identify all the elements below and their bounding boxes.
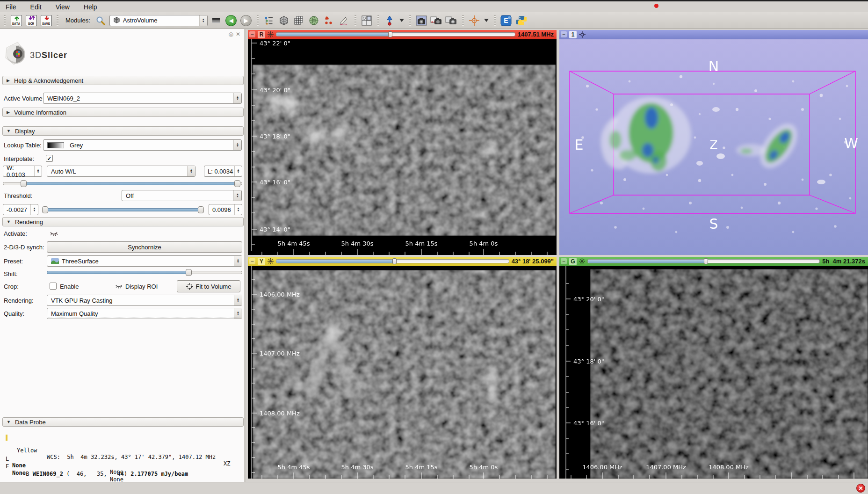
orientation-label-n: N xyxy=(709,58,719,74)
tick-label: 43° 14' 0" xyxy=(260,226,290,233)
toolbar-grip[interactable] xyxy=(409,15,411,26)
yellow-slice-view: – Y 43° 18' 25.099" xyxy=(248,257,557,479)
history-back-button[interactable]: ◀ xyxy=(225,14,238,27)
section-rendering[interactable]: ▼Rendering xyxy=(2,217,244,226)
fit-to-volume-button[interactable]: Fit to Volume xyxy=(177,280,240,292)
rendering-method-selector[interactable]: VTK GPU Ray Casting▲▼ xyxy=(47,295,242,306)
view-menu-icon[interactable]: – xyxy=(249,258,255,264)
screenshot-button[interactable] xyxy=(415,14,428,27)
panel-close-icon[interactable]: ✕ xyxy=(236,31,240,37)
main-toolbar: DATA DCM SAVE Modules: AstroVolume ▲▼ ◀ … xyxy=(0,12,868,29)
rendering-method-label: Rendering: xyxy=(4,297,34,304)
threshold-mode-selector[interactable]: Off▲▼ xyxy=(122,190,242,201)
section-data-probe[interactable]: ▼Data Probe xyxy=(2,417,244,427)
synchronize-button[interactable]: Synchornize xyxy=(47,241,242,253)
menu-view[interactable]: View xyxy=(56,3,70,11)
toolbar-grip[interactable] xyxy=(257,15,259,26)
dicom-button[interactable]: DCM xyxy=(25,14,37,27)
activate-label: Activate: xyxy=(4,230,27,237)
red-slice-view: – R 1407.51 MHz xyxy=(248,30,557,255)
view-controllers-icon[interactable] xyxy=(579,31,586,38)
window-level-range-slider[interactable] xyxy=(3,180,242,187)
notification-dot xyxy=(654,4,658,8)
toolbar-grip[interactable] xyxy=(354,15,356,26)
menu-edit[interactable]: Edit xyxy=(30,3,42,11)
yellow-slice-canvas[interactable]: 1406.00 MHz 1407.00 MHz 1408.00 MHz 5h 4… xyxy=(248,266,557,479)
pushpin-icon[interactable] xyxy=(268,31,274,37)
tick-label: 5h 4m 45s xyxy=(277,240,310,247)
tick-label: 1407.00 MHz xyxy=(646,464,686,471)
view-menu-icon[interactable]: – xyxy=(561,31,567,37)
tick-label: 1406.00 MHz xyxy=(260,291,300,298)
section-display[interactable]: ▼Display xyxy=(2,126,244,136)
data-cube-icon[interactable] xyxy=(278,14,290,27)
roi-eye-icon[interactable] xyxy=(115,283,123,290)
view-menu-icon[interactable]: – xyxy=(249,31,255,37)
interpolate-checkbox[interactable]: ✓ xyxy=(46,155,53,162)
tick-label: 43° 18' 0" xyxy=(260,133,290,140)
interpolate-label: Interpolate: xyxy=(4,155,34,162)
green-slice-offset-slider[interactable] xyxy=(587,258,820,264)
preset-selector[interactable]: ThreeSurface▲▼ xyxy=(47,255,242,267)
axis-label-z: Z xyxy=(709,138,717,152)
toolbar-grip[interactable] xyxy=(377,15,379,26)
toolbar-grip[interactable] xyxy=(494,15,496,26)
place-mode-dropdown-icon[interactable] xyxy=(398,14,405,27)
slice-color-swatch xyxy=(6,435,7,441)
red-slice-offset-slider[interactable] xyxy=(276,31,515,37)
section-help-acknowledgement[interactable]: ▶Help & Acknowledgement xyxy=(2,76,244,85)
section-volume-information[interactable]: ▶Volume Information xyxy=(2,108,244,117)
save-button[interactable]: SAVE xyxy=(40,14,52,27)
toolbar-grip[interactable] xyxy=(4,15,6,26)
panel-help-icon[interactable]: ◎ xyxy=(228,31,233,37)
pushpin-icon[interactable] xyxy=(579,258,585,264)
python-console-icon[interactable] xyxy=(515,14,528,27)
active-volume-selector[interactable]: WEIN069_2▲▼ xyxy=(43,93,242,104)
crosshair-dropdown-icon[interactable] xyxy=(483,14,490,27)
red-slice-header: – R 1407.51 MHz xyxy=(248,30,557,39)
module-tree-icon[interactable] xyxy=(263,14,275,27)
wl-mode-selector[interactable]: Auto W/L▲▼ xyxy=(47,166,195,177)
shift-slider[interactable] xyxy=(47,269,242,276)
scene-view-capture-icon[interactable] xyxy=(430,14,443,27)
display-roi-label[interactable]: Display ROI xyxy=(125,283,158,290)
mouse-place-mode-icon[interactable] xyxy=(383,14,396,27)
preset-label: Preset: xyxy=(4,258,23,265)
annotation-pencil-icon[interactable] xyxy=(338,14,350,27)
menu-help[interactable]: Help xyxy=(84,3,97,11)
threshold-range-slider[interactable] xyxy=(42,206,204,213)
markups-icon[interactable] xyxy=(323,14,335,27)
threshold-min-spinbox[interactable]: -0.0027▲▼ xyxy=(3,204,38,215)
quality-selector[interactable]: Maximum Quality▲▼ xyxy=(47,308,242,319)
threeD-canvas[interactable]: N E W S Z xyxy=(559,39,868,255)
toolbar-grip[interactable] xyxy=(57,15,58,26)
volumes-icon[interactable] xyxy=(293,14,305,27)
menu-bar: File Edit View Help xyxy=(0,1,868,12)
crosshair-icon[interactable] xyxy=(468,14,481,27)
scene-view-restore-icon[interactable] xyxy=(445,14,458,27)
error-log-button[interactable]: ✕ xyxy=(856,484,865,493)
tick-label: 43° 22' 0" xyxy=(260,40,290,47)
red-slice-canvas[interactable]: 43° 22' 0" 43° 20' 0" 43° 18' 0" 43° 16'… xyxy=(248,39,557,255)
green-slice-canvas[interactable]: 43° 20' 0" 43° 18' 0" 43° 16' 0" 1406.00… xyxy=(559,266,868,479)
slicer-logo-text: 3DSlicer xyxy=(30,51,67,60)
menu-file[interactable]: File xyxy=(6,3,16,11)
window-spinbox[interactable]: W: 0.0103▲▼ xyxy=(3,166,42,177)
threshold-max-spinbox[interactable]: 0.0096▲▼ xyxy=(209,204,242,215)
crop-enable-checkbox[interactable] xyxy=(50,283,57,290)
module-selector[interactable]: AstroVolume ▲▼ xyxy=(109,15,208,26)
toolbar-grip[interactable] xyxy=(462,15,464,26)
visibility-eye-icon[interactable] xyxy=(50,231,58,237)
module-search-icon[interactable] xyxy=(94,14,107,27)
yellow-slice-offset-slider[interactable] xyxy=(276,258,509,264)
lookup-table-selector[interactable]: Grey▲▼ xyxy=(43,139,242,151)
view-menu-icon[interactable]: – xyxy=(561,258,567,264)
pushpin-icon[interactable] xyxy=(268,258,274,264)
module-history-icon[interactable] xyxy=(210,14,223,27)
load-data-button[interactable]: DATA xyxy=(10,14,22,27)
layout-selector-icon[interactable] xyxy=(361,14,373,27)
extensions-manager-icon[interactable]: E xyxy=(500,14,513,27)
history-forward-button[interactable]: ▶ xyxy=(240,14,253,27)
models-sphere-icon[interactable] xyxy=(308,14,320,27)
level-spinbox[interactable]: L: 0.0034▲▼ xyxy=(204,166,242,177)
